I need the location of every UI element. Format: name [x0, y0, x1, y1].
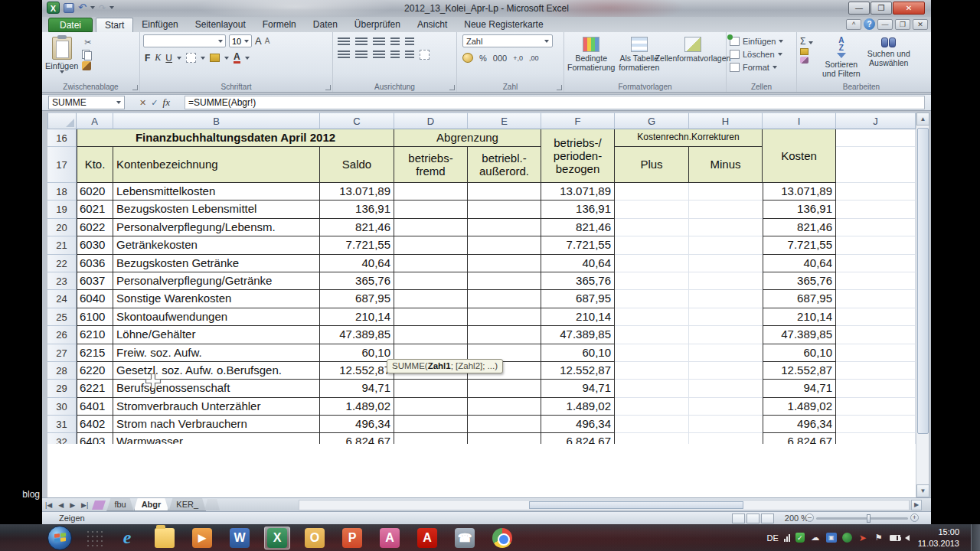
number-format-select[interactable]: Zahl — [462, 34, 553, 47]
fill-color-icon[interactable] — [210, 54, 220, 62]
row-header-21[interactable]: 21 — [47, 236, 77, 254]
increase-decimal-icon[interactable]: +,0 — [513, 54, 523, 62]
cell-G32[interactable] — [615, 433, 689, 444]
font-name-select[interactable] — [143, 34, 226, 47]
cell-F30[interactable]: 1.489,02 — [541, 398, 615, 416]
shrink-font-icon[interactable]: A — [265, 37, 270, 45]
cell-E30[interactable] — [468, 398, 541, 416]
align-top-icon[interactable] — [338, 37, 350, 47]
cell-J28[interactable] — [836, 362, 916, 380]
taskbar-app-lync[interactable]: ☎ — [452, 527, 478, 549]
row-header-22[interactable]: 22 — [47, 255, 77, 272]
zoom-in-icon[interactable]: + — [910, 514, 919, 522]
borders-icon[interactable] — [186, 53, 196, 63]
row-header-17[interactable]: 17 — [47, 147, 77, 183]
minimize-ribbon-icon[interactable]: ^ — [846, 19, 861, 30]
cell-D29[interactable] — [394, 380, 468, 397]
thousands-icon[interactable]: 000 — [493, 54, 507, 63]
autosum-icon[interactable]: Σ — [800, 36, 813, 47]
cell-E32[interactable] — [468, 433, 541, 444]
cell-j17[interactable] — [836, 147, 916, 183]
cell-styles-button[interactable]: Zellenformatvorlagen — [663, 34, 723, 72]
cell-C21[interactable]: 7.721,55 — [320, 236, 394, 254]
cell-g16-korrekturen[interactable]: Kostenrechn.Korrekturen — [615, 129, 763, 147]
cell-F23[interactable]: 365,76 — [541, 272, 615, 290]
sort-filter-button[interactable]: A Z Sortieren und Filtern — [818, 34, 865, 78]
cell-H29[interactable] — [689, 380, 763, 397]
align-right-icon[interactable] — [373, 51, 385, 60]
cell-G23[interactable] — [615, 272, 689, 290]
cell-H23[interactable] — [689, 272, 763, 290]
prev-sheet-icon[interactable]: ◀ — [55, 501, 67, 509]
action-center-flag-icon[interactable]: ⚑ — [874, 533, 884, 543]
column-header-E[interactable]: E — [468, 112, 541, 129]
tray-arrow-icon[interactable]: ➤ — [858, 533, 868, 543]
clear-icon[interactable] — [800, 57, 808, 64]
cell-J32[interactable] — [836, 433, 916, 444]
cell-E25[interactable] — [468, 308, 541, 326]
cell-I30[interactable]: 1.489,02 — [763, 398, 836, 416]
taskbar-app-word[interactable]: W — [227, 527, 253, 549]
cell-B30[interactable]: Stromverbrauch Unterzähler — [113, 398, 320, 416]
tray-green-icon[interactable] — [842, 533, 852, 543]
cell-H27[interactable] — [689, 344, 763, 362]
cell-H19[interactable] — [689, 201, 763, 218]
cell-D24[interactable] — [394, 290, 468, 308]
column-header-D[interactable]: D — [394, 112, 468, 129]
fill-dropdown-arrow-icon[interactable] — [224, 57, 229, 60]
cell-B20[interactable]: Personalverpflegung/Lebensm. — [113, 219, 320, 236]
dialog-launcher-icon[interactable] — [325, 85, 331, 90]
cell-C30[interactable]: 1.489,02 — [320, 398, 394, 416]
cell-E19[interactable] — [468, 201, 541, 218]
cell-C24[interactable]: 687,95 — [320, 290, 394, 308]
page-layout-view-icon[interactable] — [746, 514, 760, 523]
cell-A24[interactable]: 6040 — [77, 290, 113, 308]
cell-C28[interactable]: 12.552,87 — [320, 362, 394, 380]
cell-E31[interactable] — [468, 416, 541, 433]
align-middle-icon[interactable] — [355, 37, 368, 47]
clock[interactable]: 15:00 11.03.2013 — [918, 527, 959, 549]
select-all-corner[interactable] — [47, 112, 77, 129]
delete-cells-button[interactable]: Löschen — [730, 47, 793, 60]
row-header-28[interactable]: 28 — [47, 362, 77, 380]
taskbar-app-chrome[interactable] — [489, 527, 515, 549]
ribbon-tab-seitenlayout[interactable]: Seitenlayout — [187, 18, 254, 32]
ribbon-tab-neue-registerkarte[interactable]: Neue Registerkarte — [456, 18, 551, 32]
cell-B23[interactable]: Personalverpflegung/Getränke — [113, 272, 320, 290]
cell-C31[interactable]: 496,34 — [320, 416, 394, 433]
cancel-icon[interactable]: ✕ — [139, 98, 146, 108]
cell-H22[interactable] — [689, 255, 763, 272]
sheet-tab-abgr[interactable]: Abgr — [134, 498, 169, 511]
row-header-27[interactable]: 27 — [47, 344, 77, 362]
underline-dropdown-arrow-icon[interactable] — [177, 57, 181, 60]
name-box-dropdown-arrow-icon[interactable] — [116, 101, 121, 104]
dialog-launcher-icon[interactable] — [132, 85, 138, 90]
cell-D19[interactable] — [394, 201, 468, 218]
column-header-H[interactable]: H — [689, 112, 763, 129]
find-select-button[interactable]: Suchen und Auswählen — [865, 34, 913, 78]
cell-B25[interactable]: Skontoaufwendungen — [113, 308, 320, 326]
borders-dropdown-arrow-icon[interactable] — [201, 57, 205, 60]
cell-F22[interactable]: 40,64 — [541, 255, 615, 272]
scroll-up-icon[interactable]: ▲ — [916, 112, 929, 126]
volume-icon[interactable] — [905, 535, 910, 541]
decrease-decimal-icon[interactable]: ,00 — [529, 54, 539, 62]
formula-input[interactable]: =SUMME(Abgr!) — [185, 96, 925, 109]
column-header-G[interactable]: G — [615, 112, 689, 129]
cell-J29[interactable] — [836, 380, 916, 397]
cell-D31[interactable] — [394, 416, 468, 433]
cell-a17-kto[interactable]: Kto. — [77, 147, 113, 183]
cell-D21[interactable] — [394, 236, 468, 254]
cell-G24[interactable] — [615, 290, 689, 308]
cell-I23[interactable]: 365,76 — [763, 272, 836, 290]
cell-B27[interactable]: Freiw. soz. Aufw. — [113, 344, 320, 362]
cell-G31[interactable] — [615, 416, 689, 433]
column-header-F[interactable]: F — [541, 112, 615, 129]
restore-button[interactable]: ❐ — [871, 2, 892, 15]
cell-F18[interactable]: 13.071,89 — [541, 183, 615, 201]
font-color-icon[interactable]: A — [234, 53, 240, 64]
cell-I28[interactable]: 12.552,87 — [763, 362, 836, 380]
cell-I25[interactable]: 210,14 — [763, 308, 836, 326]
conditional-formatting-button[interactable]: Bedingte Formatierung — [567, 34, 616, 72]
cell-c17-saldo[interactable]: Saldo — [320, 147, 394, 183]
